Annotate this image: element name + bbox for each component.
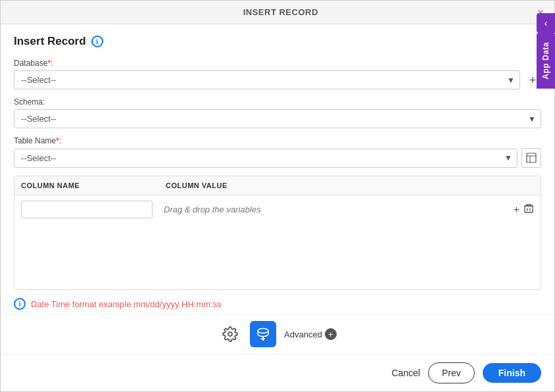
svg-rect-0 [527, 153, 536, 162]
database-required: *: [47, 59, 53, 68]
section-title: Insert Record i [14, 35, 541, 48]
schema-select-wrapper: --Select-- ▼ [14, 109, 541, 128]
delete-column-button[interactable] [523, 203, 534, 216]
svg-point-10 [228, 332, 232, 336]
advanced-button[interactable]: Advanced + [284, 328, 337, 340]
table-row: + [14, 195, 541, 224]
database-label: Database*: [14, 59, 541, 68]
finish-button[interactable]: Finish [483, 363, 541, 383]
cancel-button[interactable]: Cancel [391, 368, 420, 378]
datetime-text: Date Time format example mm/dd/yyyy HH:m… [31, 299, 222, 309]
modal-footer: Cancel Prev Finish [1, 354, 554, 391]
columns-table: COLUMN NAME COLUMN VALUE + [14, 176, 541, 290]
gear-icon [222, 326, 238, 342]
columns-header: COLUMN NAME COLUMN VALUE [14, 176, 541, 195]
modal-wrapper: INSERT RECORD × Insert Record i Database… [0, 0, 555, 392]
table-name-field-group: Table Name*: --Select-- ▼ [14, 136, 541, 168]
column-name-input[interactable] [21, 201, 153, 218]
table-name-select-row: --Select-- ▼ [14, 148, 541, 168]
database-select-wrapper: --Select-- ▼ [14, 70, 520, 89]
modal: INSERT RECORD × Insert Record i Database… [0, 0, 555, 392]
database-select[interactable]: --Select-- [14, 70, 520, 89]
table-icon-button[interactable] [521, 148, 541, 168]
svg-point-11 [258, 329, 268, 333]
database-label-text: Database [14, 59, 47, 68]
modal-header: INSERT RECORD × [1, 1, 554, 24]
table-name-select-wrapper: --Select-- ▼ [14, 149, 518, 168]
advanced-label: Advanced [284, 330, 322, 339]
insert-record-button[interactable] [250, 321, 276, 347]
section-title-text: Insert Record [14, 35, 86, 48]
modal-body: Insert Record i Database*: --Select-- ▼ … [1, 24, 554, 314]
table-name-required: *: [56, 136, 61, 145]
advanced-plus-icon: + [325, 328, 337, 340]
datetime-info: i Date Time format example mm/dd/yyyy HH… [14, 298, 541, 310]
add-column-button[interactable]: + [514, 204, 519, 216]
app-data-chevron[interactable]: ‹ [537, 13, 555, 33]
database-select-row: --Select-- ▼ + [14, 70, 541, 89]
schema-field-group: Schema: --Select-- ▼ [14, 97, 541, 128]
database-field-group: Database*: --Select-- ▼ + [14, 59, 541, 89]
chevron-icon: ‹ [544, 18, 548, 28]
schema-select[interactable]: --Select-- [14, 109, 541, 128]
table-name-label-text: Table Name [14, 136, 56, 145]
svg-rect-3 [525, 206, 533, 212]
modal-toolbar: Advanced + [1, 314, 554, 354]
info-icon[interactable]: i [91, 36, 103, 47]
table-name-label: Table Name*: [14, 136, 541, 145]
trash-icon [523, 203, 534, 214]
schema-label: Schema: [14, 97, 541, 107]
settings-button[interactable] [218, 322, 242, 346]
database-insert-icon [256, 327, 270, 341]
column-actions: + [514, 203, 534, 216]
empty-rows-space [14, 224, 541, 289]
prev-button[interactable]: Prev [428, 362, 475, 383]
column-value-input[interactable] [158, 201, 508, 218]
modal-title: INSERT RECORD [24, 7, 537, 17]
column-name-header: COLUMN NAME [21, 182, 166, 189]
app-data-label: App Data [541, 42, 550, 80]
datetime-info-icon: i [14, 298, 26, 310]
column-value-header: COLUMN VALUE [166, 182, 534, 189]
app-data-tab[interactable]: App Data [537, 33, 555, 89]
table-name-select[interactable]: --Select-- [14, 149, 518, 168]
table-grid-icon [526, 153, 537, 163]
